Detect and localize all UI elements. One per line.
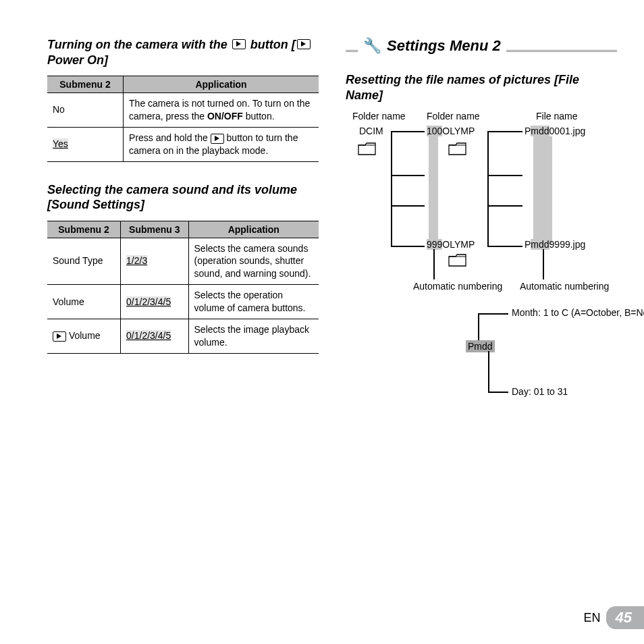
tree-line: [487, 246, 522, 247]
menu-heading: 🔧 Settings Menu 2: [346, 37, 617, 56]
label-file-name: File name: [536, 111, 577, 122]
cell-playvolume-desc: Selects the image playback volume.: [188, 319, 319, 354]
tree-line: [487, 131, 522, 132]
th-submenu3: Submenu 3: [121, 221, 189, 238]
tree-line: [391, 246, 425, 247]
table-row: No The camera is not turned on. To turn …: [47, 93, 319, 128]
cell-playvolume: Volume: [47, 319, 121, 354]
tree-line: [487, 131, 489, 247]
callout-line: [543, 249, 544, 279]
cell-yes: Yes: [47, 127, 124, 161]
label-dcim: DCIM: [359, 126, 383, 136]
cell-yes-desc: Press and hold the button to turn the ca…: [124, 127, 319, 161]
playback-icon: [211, 134, 224, 144]
folder-icon: [448, 252, 467, 267]
menu-title: Settings Menu 2: [387, 37, 501, 55]
tree-line: [391, 175, 425, 176]
file-name-diagram: Folder name Folder name File name DCIM 1…: [346, 111, 617, 435]
cell-no-desc: The camera is not turned on. To turn on …: [124, 93, 319, 128]
callout-line: [488, 392, 508, 393]
tree-line: [487, 205, 522, 207]
table-row: Volume 0/1/2/3/4/5 Selects the image pla…: [47, 319, 319, 354]
cell-soundtype-opts: 1/2/3: [121, 238, 189, 285]
page-footer: EN 45: [584, 606, 645, 629]
label-day: Day: 01 to 31: [512, 386, 568, 397]
label-folder-name: Folder name: [427, 111, 480, 122]
cell-no: No: [47, 93, 124, 128]
lang-label: EN: [584, 611, 601, 625]
playback-icon: [232, 39, 246, 49]
table-row: Sound Type 1/2/3 Selects the camera soun…: [47, 238, 319, 285]
tree-line: [391, 205, 425, 207]
cell-volume-desc: Selects the operation volume of camera b…: [188, 285, 319, 319]
label-pmdd0001: Pmdd0001.jpg: [525, 126, 585, 136]
heading-file-name: Resetting the file names of pictures [Fi…: [346, 72, 617, 103]
left-column: Turning on the camera with the button [ …: [47, 37, 319, 624]
heading-text-1b: button [: [250, 38, 296, 51]
th-submenu2: Submenu 2: [47, 221, 121, 238]
folder-icon: [358, 141, 377, 156]
rule-decor: [506, 50, 617, 52]
cell-volume: Volume: [47, 285, 121, 319]
label-auto-numbering: Automatic numbering: [520, 281, 581, 292]
page-number: 45: [606, 606, 644, 629]
label-folder-name: Folder name: [352, 111, 406, 122]
callout-line: [478, 313, 479, 340]
table-sound-settings: Submenu 2 Submenu 3 Application Sound Ty…: [47, 221, 319, 354]
heading-text-1c: Power On]: [47, 53, 108, 67]
rule-decor: [346, 50, 358, 52]
playback-icon: [297, 39, 311, 49]
tree-line: [487, 175, 522, 176]
pmdd-box: Pmdd: [466, 340, 495, 352]
label-auto-numbering: Automatic numbering: [413, 281, 474, 292]
cell-volume-opts: 0/1/2/3/4/5: [121, 285, 189, 319]
th-submenu2: Submenu 2: [47, 76, 124, 93]
num-band: [533, 136, 552, 244]
label-100olymp: 100OLYMP: [427, 126, 475, 136]
th-application: Application: [188, 221, 319, 238]
heading-power-on: Turning on the camera with the button [ …: [47, 37, 319, 68]
callout-line: [433, 249, 435, 279]
cell-playvolume-opts: 0/1/2/3/4/5: [121, 319, 189, 354]
th-application: Application: [124, 76, 319, 93]
folder-icon: [448, 141, 467, 156]
callout-line: [488, 351, 489, 392]
playback-icon: [53, 331, 66, 342]
num-band: [429, 136, 438, 244]
cell-soundtype-desc: Selects the camera sounds (operation sou…: [188, 238, 319, 285]
heading-sound-settings: Selecting the camera sound and its volum…: [47, 182, 319, 213]
label-month: Month: 1 to C (A=October, B=November, C=…: [512, 306, 613, 319]
heading-text-1a: Turning on the camera with the: [47, 38, 231, 51]
callout-line: [478, 313, 508, 315]
table-row: Yes Press and hold the button to turn th…: [47, 127, 319, 161]
label-999olymp: 999OLYMP: [427, 239, 475, 250]
tree-line: [391, 131, 392, 247]
table-power-on: Submenu 2 Application No The camera is n…: [47, 76, 319, 162]
label-pmdd9999: Pmdd9999.jpg: [525, 239, 585, 250]
tree-line: [391, 131, 425, 132]
cell-soundtype: Sound Type: [47, 238, 121, 285]
right-column: 🔧 Settings Menu 2 Resetting the file nam…: [346, 37, 617, 624]
wrench-icon: 🔧: [363, 37, 381, 55]
table-row: Volume 0/1/2/3/4/5 Selects the operation…: [47, 285, 319, 319]
